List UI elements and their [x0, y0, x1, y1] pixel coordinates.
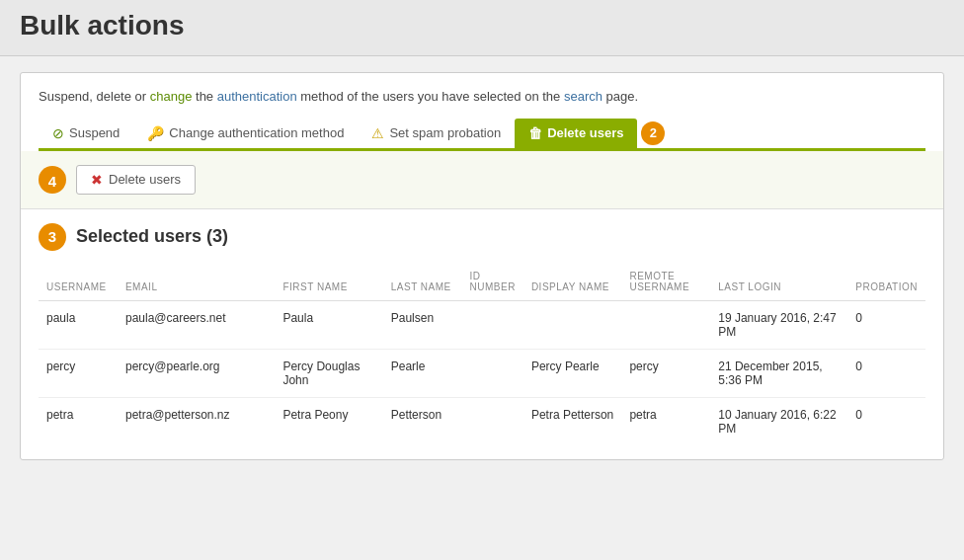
- cell-email: paula@careers.net: [118, 300, 275, 349]
- cell-firstname: Paula: [275, 300, 382, 349]
- highlight-search: search: [564, 89, 602, 104]
- tab-suspend-label: Suspend: [69, 125, 120, 140]
- table-row: paulapaula@careers.netPaulaPaulsen19 Jan…: [39, 300, 925, 349]
- cell-lastname: Paulsen: [383, 300, 462, 349]
- col-header-lastname: LAST NAME: [383, 265, 462, 301]
- cell-probation: 0: [847, 300, 925, 349]
- bulk-actions-card: Suspend, delete or change the authentica…: [20, 72, 944, 460]
- cell-lastlogin: 10 January 2016, 6:22 PM: [710, 397, 847, 445]
- col-header-email: EMAIL: [118, 265, 275, 301]
- cell-lastname: Petterson: [383, 397, 462, 445]
- tab-suspend[interactable]: ⊘ Suspend: [39, 119, 133, 148]
- col-header-username: USERNAME: [39, 265, 118, 301]
- tab-delete-users[interactable]: 🗑 Delete users: [515, 119, 637, 148]
- delete-btn-icon: ✖: [91, 172, 103, 188]
- users-table: USERNAME EMAIL FIRST NAME LAST NAME ID N…: [39, 265, 925, 445]
- col-header-lastlogin: LAST LOGIN: [710, 265, 847, 301]
- description-text: Suspend, delete or change the authentica…: [39, 87, 925, 107]
- cell-idnumber: [462, 349, 523, 397]
- cell-lastlogin: 21 December 2015, 5:36 PM: [710, 349, 847, 397]
- spam-icon: ⚠: [371, 125, 384, 141]
- cell-username: paula: [39, 300, 118, 349]
- cell-displayname: Petra Petterson: [523, 397, 622, 445]
- suspend-icon: ⊘: [52, 125, 64, 141]
- tab-change-auth[interactable]: 🔑 Change authentication method: [133, 119, 358, 148]
- action-body: 4 ✖ Delete users: [21, 151, 943, 209]
- delete-tab-icon: 🗑: [528, 125, 542, 141]
- selected-title: 3 Selected users (3): [39, 223, 925, 251]
- cell-username: percy: [39, 349, 118, 397]
- highlight-auth: authentication: [217, 89, 297, 104]
- cell-displayname: Percy Pearle: [523, 349, 622, 397]
- cell-probation: 0: [847, 397, 925, 445]
- cell-email: petra@petterson.nz: [118, 397, 275, 445]
- cell-email: percy@pearle.org: [118, 349, 275, 397]
- cell-remoteusername: [621, 300, 710, 349]
- tab-spam[interactable]: ⚠ Set spam probation: [358, 119, 515, 148]
- page-title: Bulk actions: [20, 10, 944, 41]
- cell-lastlogin: 19 January 2016, 2:47 PM: [710, 300, 847, 349]
- tab-change-auth-label: Change authentication method: [169, 125, 344, 140]
- change-auth-icon: 🔑: [147, 125, 164, 141]
- delete-users-button[interactable]: ✖ Delete users: [76, 165, 196, 195]
- table-body: paulapaula@careers.netPaulaPaulsen19 Jan…: [39, 300, 925, 445]
- cell-probation: 0: [847, 349, 925, 397]
- col-header-displayname: DISPLAY NAME: [523, 265, 622, 301]
- col-header-remoteusername: REMOTE USERNAME: [621, 265, 710, 301]
- table-row: percypercy@pearle.orgPercy Douglas JohnP…: [39, 349, 925, 397]
- cell-displayname: [523, 300, 622, 349]
- col-header-firstname: FIRST NAME: [275, 265, 382, 301]
- cell-username: petra: [39, 397, 118, 445]
- cell-firstname: Percy Douglas John: [275, 349, 382, 397]
- step-badge-3: 3: [39, 223, 66, 251]
- selected-users-title-text: Selected users (3): [76, 226, 228, 247]
- action-tabs: ⊘ Suspend 🔑 Change authentication method…: [39, 119, 925, 151]
- cell-remoteusername: percy: [621, 349, 710, 397]
- delete-btn-label: Delete users: [109, 172, 181, 187]
- table-header: USERNAME EMAIL FIRST NAME LAST NAME ID N…: [39, 265, 925, 301]
- cell-firstname: Petra Peony: [275, 397, 382, 445]
- selected-section: 3 Selected users (3) USERNAME EMAIL FIRS…: [21, 209, 943, 459]
- cell-remoteusername: petra: [621, 397, 710, 445]
- tab-spam-label: Set spam probation: [389, 125, 501, 140]
- step-badge-2: 2: [641, 121, 665, 145]
- highlight-change: change: [150, 89, 193, 104]
- col-header-probation: PROBATION: [847, 265, 925, 301]
- cell-idnumber: [462, 300, 523, 349]
- card-top: Suspend, delete or change the authentica…: [21, 73, 943, 151]
- step-badge-4: 4: [39, 166, 66, 194]
- cell-lastname: Pearle: [383, 349, 462, 397]
- table-row: petrapetra@petterson.nzPetra PeonyPetter…: [39, 397, 925, 445]
- tab-delete-label: Delete users: [547, 125, 623, 140]
- main-content: Suspend, delete or change the authentica…: [0, 56, 964, 476]
- page-header: Bulk actions: [0, 0, 964, 56]
- col-header-idnumber: ID NUMBER: [462, 265, 523, 301]
- cell-idnumber: [462, 397, 523, 445]
